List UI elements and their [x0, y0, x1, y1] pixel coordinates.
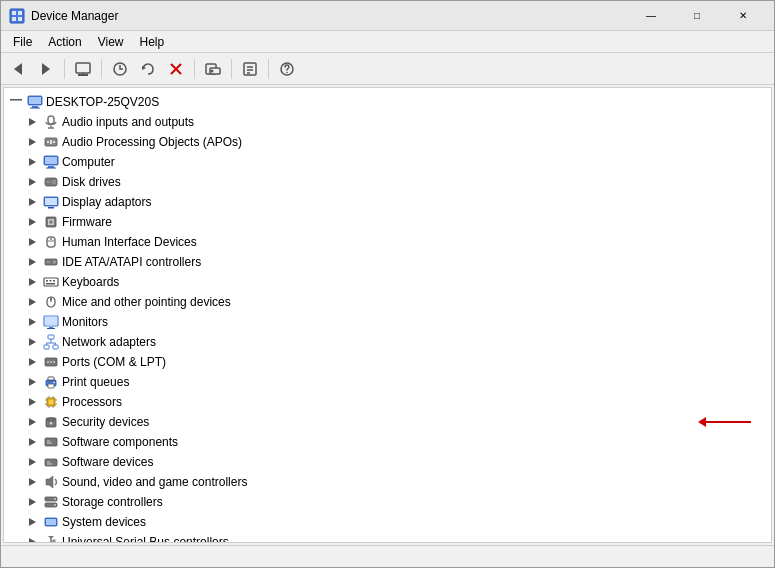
expand-keyboards[interactable] [24, 274, 40, 290]
svg-marker-122 [29, 478, 36, 486]
system-devices-icon [43, 514, 59, 530]
scan-button[interactable] [200, 56, 226, 82]
tree-item-usb[interactable]: Universal Serial Bus controllers [4, 532, 771, 543]
rollback-button[interactable] [135, 56, 161, 82]
tree-item-storage[interactable]: Storage controllers [4, 492, 771, 512]
svg-rect-51 [48, 207, 54, 209]
tree-item-sound[interactable]: Sound, video and game controllers [4, 472, 771, 492]
root-expand-icon[interactable] [8, 94, 24, 110]
tree-item-firmware[interactable]: Firmware [4, 212, 771, 232]
tree-item-audio-processing[interactable]: Audio Processing Objects (APOs) [4, 132, 771, 152]
expand-processors[interactable] [24, 394, 40, 410]
device-tree-container[interactable]: DESKTOP-25QV20S Au [3, 87, 772, 543]
tree-item-computer[interactable]: Computer [4, 152, 771, 172]
tree-item-ports[interactable]: Ports (COM & LPT) [4, 352, 771, 372]
expand-network[interactable] [24, 334, 40, 350]
expand-display-adaptors[interactable] [24, 194, 40, 210]
expand-firmware[interactable] [24, 214, 40, 230]
svg-marker-64 [29, 278, 36, 286]
tree-item-mice[interactable]: Mice and other pointing devices [4, 292, 771, 312]
svg-marker-92 [29, 378, 36, 386]
label-usb: Universal Serial Bus controllers [62, 535, 229, 543]
tree-root[interactable]: DESKTOP-25QV20S [4, 92, 771, 112]
svg-marker-60 [29, 258, 36, 266]
expand-security[interactable] [24, 414, 40, 430]
expand-audio-inputs[interactable] [24, 114, 40, 130]
toolbar [1, 53, 774, 85]
svg-rect-131 [46, 519, 56, 525]
hid-icon [43, 234, 59, 250]
tree-item-software-components[interactable]: Software components [4, 432, 771, 452]
forward-button[interactable] [33, 56, 59, 82]
tree-item-display-adaptors[interactable]: Display adaptors [4, 192, 771, 212]
menu-action[interactable]: Action [40, 33, 89, 51]
label-processors: Processors [62, 395, 122, 409]
minimize-button[interactable]: — [628, 1, 674, 31]
tree-item-software-devices[interactable]: Software devices [4, 452, 771, 472]
expand-disk-drives[interactable] [24, 174, 40, 190]
svg-rect-3 [12, 17, 16, 21]
expand-ide[interactable] [24, 254, 40, 270]
svg-point-111 [50, 422, 53, 425]
expand-system-devices[interactable] [24, 514, 40, 530]
expand-monitors[interactable] [24, 314, 40, 330]
expand-usb[interactable] [24, 534, 40, 543]
label-mice: Mice and other pointing devices [62, 295, 231, 309]
svg-rect-65 [44, 278, 58, 286]
svg-marker-43 [29, 178, 36, 186]
svg-marker-48 [29, 198, 36, 206]
tree-item-system-devices[interactable]: System devices [4, 512, 771, 532]
tree-item-disk-drives[interactable]: Disk drives [4, 172, 771, 192]
svg-marker-6 [42, 63, 50, 75]
tree-item-audio-inputs[interactable]: Audio inputs and outputs [4, 112, 771, 132]
expand-computer[interactable] [24, 154, 40, 170]
tree-item-processors[interactable]: Processors [4, 392, 771, 412]
label-disk-drives: Disk drives [62, 175, 121, 189]
maximize-button[interactable]: □ [674, 1, 720, 31]
update-driver-button[interactable] [107, 56, 133, 82]
help-button[interactable] [274, 56, 300, 82]
monitors-icon [43, 314, 59, 330]
title-bar-left: Device Manager [9, 8, 118, 24]
expand-software-devices[interactable] [24, 454, 40, 470]
label-firmware: Firmware [62, 215, 112, 229]
show-hide-button[interactable] [70, 56, 96, 82]
svg-rect-69 [46, 283, 55, 285]
uninstall-button[interactable] [163, 56, 189, 82]
tree-item-monitors[interactable]: Monitors [4, 312, 771, 332]
label-audio-inputs: Audio inputs and outputs [62, 115, 194, 129]
svg-rect-7 [76, 63, 90, 73]
expand-storage[interactable] [24, 494, 40, 510]
label-ports: Ports (COM & LPT) [62, 355, 166, 369]
svg-rect-82 [53, 345, 58, 349]
svg-rect-76 [45, 317, 57, 325]
menu-file[interactable]: File [5, 33, 40, 51]
svg-rect-4 [18, 17, 22, 21]
svg-rect-40 [45, 157, 57, 164]
svg-marker-74 [29, 318, 36, 326]
tree-item-ide[interactable]: IDE ATA/ATAPI controllers [4, 252, 771, 272]
expand-audio-processing[interactable] [24, 134, 40, 150]
menu-help[interactable]: Help [132, 33, 173, 51]
menu-view[interactable]: View [90, 33, 132, 51]
tree-item-network[interactable]: Network adapters [4, 332, 771, 352]
expand-ports[interactable] [24, 354, 40, 370]
svg-marker-108 [29, 418, 36, 426]
expand-software-components[interactable] [24, 434, 40, 450]
svg-rect-26 [29, 97, 41, 104]
back-button[interactable] [5, 56, 31, 82]
expand-print[interactable] [24, 374, 40, 390]
properties-button[interactable] [237, 56, 263, 82]
svg-point-90 [50, 361, 52, 363]
expand-mice[interactable] [24, 294, 40, 310]
svg-marker-123 [46, 476, 53, 488]
tree-item-hid[interactable]: Human Interface Devices [4, 232, 771, 252]
close-button[interactable]: ✕ [720, 1, 766, 31]
svg-point-127 [54, 498, 56, 500]
tree-item-security[interactable]: Security devices [4, 412, 771, 432]
svg-marker-113 [698, 417, 706, 427]
expand-hid[interactable] [24, 234, 40, 250]
expand-sound[interactable] [24, 474, 40, 490]
tree-item-keyboards[interactable]: Keyboards [4, 272, 771, 292]
tree-item-print[interactable]: Print queues [4, 372, 771, 392]
